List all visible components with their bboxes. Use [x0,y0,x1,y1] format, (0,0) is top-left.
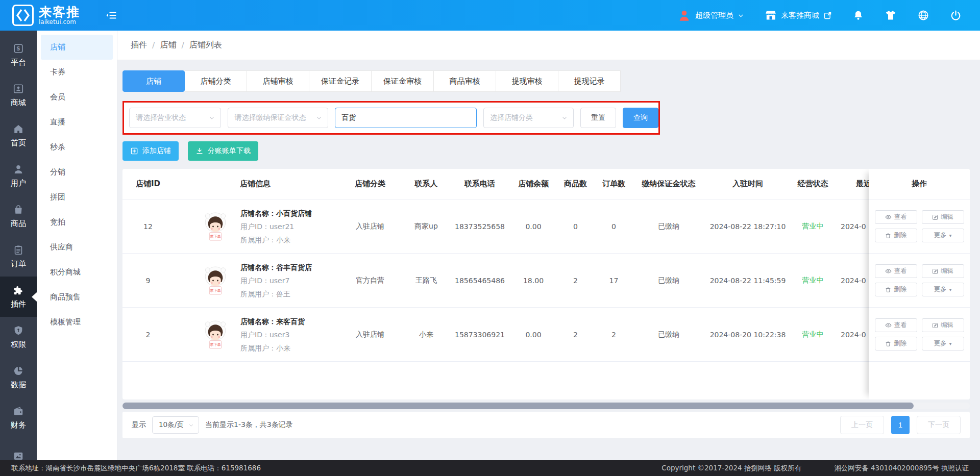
shop-user-id: 用户ID：user3 [240,328,305,341]
add-shop-button[interactable]: 添加店铺 [122,141,179,161]
admin-menu[interactable]: 超级管理员 [677,9,744,22]
tshirt-icon[interactable] [885,9,897,21]
submenu-item[interactable]: 会员 [37,85,117,110]
tab[interactable]: 提现审核 [496,70,558,92]
tab[interactable]: 商品审核 [434,70,496,92]
header-shop-id: 店铺ID [122,179,174,189]
submenu-item[interactable]: 卡券 [37,60,117,85]
breadcrumb-item[interactable]: 店铺 [160,40,176,51]
shop-category: 入驻店铺 [337,222,403,231]
download-bill-button[interactable]: 分账账单下载 [188,141,258,161]
shop-phone: 18565465486 [449,277,510,285]
collapse-menu-icon[interactable] [105,9,117,21]
shop-order-count: 0 [595,222,633,231]
topbar-right: 超级管理员 来客推商城 [677,9,962,22]
edit-button[interactable]: 编辑 [922,318,964,332]
submenu-item[interactable]: 供应商 [37,235,117,260]
view-button[interactable]: 查看 [875,318,917,332]
chevron-down-icon [561,114,568,121]
mall-link[interactable]: 来客推商城 [765,9,832,21]
delete-button[interactable]: 删除 [875,283,917,296]
submenu-item[interactable]: 店铺 [41,35,113,60]
eye-icon [885,214,892,220]
edit-button[interactable]: 编辑 [922,264,964,278]
breadcrumb-item[interactable]: 店铺列表 [189,40,222,51]
power-icon[interactable] [950,10,962,21]
sidebar-item[interactable]: 首页 [0,115,37,156]
deposit-status-select[interactable]: 请选择缴纳保证金状态 [228,108,328,128]
shop-deposit-status: 已缴纳 [633,222,704,231]
footer-copyright: Copyright ©2017-2024 拾捌网络 版权所有 [662,464,801,473]
more-button[interactable]: 更多 ▾ [922,283,964,296]
sidebar-item[interactable]: 权限 [0,317,37,357]
tab[interactable]: 店铺分类 [185,70,247,92]
shop-deposit-status: 已缴纳 [633,276,704,285]
delete-button[interactable]: 删除 [875,229,917,242]
sidebar-item[interactable]: 用户 [0,156,37,196]
breadcrumb-item[interactable]: 插件 [131,40,147,51]
sidebar-item[interactable]: 商品 [0,196,37,236]
submenu-item[interactable]: 直播 [37,110,117,135]
horizontal-scrollbar-thumb[interactable] [122,403,914,409]
caret-down-icon: ▾ [949,287,951,292]
delete-button[interactable]: 删除 [875,337,917,350]
edit-button[interactable]: 编辑 [922,210,964,224]
business-status-placeholder: 请选择营业状态 [136,113,186,122]
submenu-item[interactable]: 分销 [37,160,117,185]
filter-bar-annotated: 请选择营业状态 请选择缴纳保证金状态 选择店铺分类 重置 查询 [122,101,660,135]
more-button[interactable]: 更多 ▾ [922,229,964,242]
header-operations: 操作 [869,169,970,199]
submenu-item-label: 会员 [50,92,65,102]
next-page-button[interactable]: 下一页 [917,416,961,434]
page-size-select[interactable]: 10条/页 [152,416,199,434]
sidebar-item[interactable] [0,438,37,460]
sidebar-item[interactable]: 订单 [0,236,37,277]
app-logo[interactable]: 来客推 laiketui.com [12,5,100,26]
tab-label: 商品审核 [450,77,480,86]
tab-label: 店铺审核 [263,77,293,86]
sidebar-item[interactable]: 商城 [0,75,37,115]
view-button[interactable]: 查看 [875,264,917,278]
tab[interactable]: 保证金审核 [372,70,434,92]
notification-bell-icon[interactable] [852,10,864,21]
page-number-button[interactable]: 1 [891,416,910,434]
footer-beian[interactable]: 湘公网安备 43010402000895号 执照认证 [834,464,969,473]
submenu-item[interactable]: 拼团 [37,185,117,210]
shop-contact: 商家up [403,222,449,231]
sidebar-item[interactable]: S 平台 [0,35,37,75]
reset-button[interactable]: 重置 [580,108,616,128]
chevron-down-icon [315,114,323,121]
view-button[interactable]: 查看 [875,210,917,224]
tab[interactable]: 店铺 [122,70,185,92]
table-row: 9 [122,254,970,308]
submenu-item-label: 直播 [50,117,65,127]
sidebar-item-label: 首页 [11,138,26,148]
shop-phone: 18373525658 [449,222,510,231]
submenu-item[interactable]: 竞拍 [37,210,117,235]
submenu-item[interactable]: 秒杀 [37,135,117,160]
submenu-item[interactable]: 模板管理 [37,310,117,335]
tab[interactable]: 店铺审核 [247,70,309,92]
more-button[interactable]: 更多 ▾ [922,337,964,350]
submenu-item-label: 积分商城 [50,267,81,277]
submenu-item-label: 模板管理 [50,317,81,327]
shop-user-id: 用户ID：user21 [240,220,312,233]
shop-owner: 所属用户：小来 [240,341,305,355]
sidebar-item[interactable]: 财务 [0,397,37,438]
query-button[interactable]: 查询 [623,108,658,128]
submenu-item[interactable]: 积分商城 [37,260,117,285]
globe-icon[interactable] [917,9,929,21]
shop-category-select[interactable]: 选择店铺分类 [483,108,574,128]
home-icon [13,123,24,135]
sidebar-item[interactable]: 数据 [0,357,37,397]
submenu-item[interactable]: 商品预售 [37,285,117,310]
sidebar-item[interactable]: 插件 [0,277,37,317]
business-status-select[interactable]: 请选择营业状态 [129,108,221,128]
shop-search-input[interactable] [335,114,476,122]
prev-page-button[interactable]: 上一页 [840,416,884,434]
shop-goods-count: 2 [556,331,595,339]
shop-business-status: 营业中 [791,222,835,231]
tab[interactable]: 提现记录 [558,70,621,92]
tab[interactable]: 保证金记录 [309,70,372,92]
action-row: 添加店铺 分账账单下载 [122,141,970,161]
